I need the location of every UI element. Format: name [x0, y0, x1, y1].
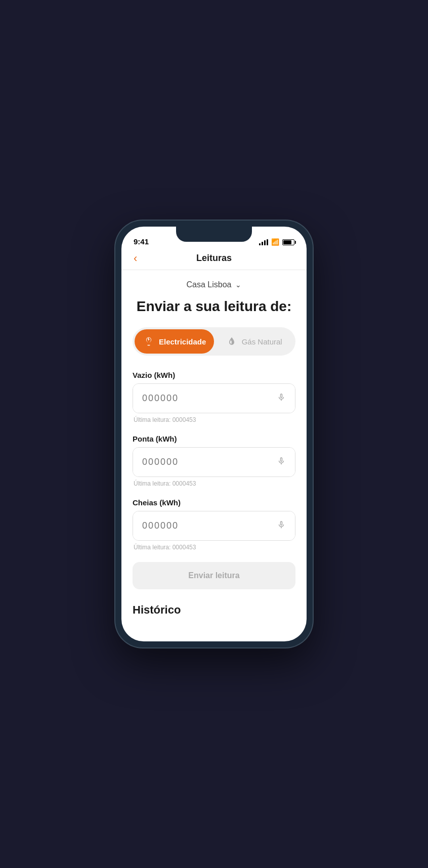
gas-icon: [226, 335, 238, 348]
ponta-input-wrapper: [133, 447, 295, 477]
nav-bar: ‹ Leituras: [121, 249, 307, 270]
ponta-last-reading: Última leitura: 0000453: [133, 480, 295, 487]
cheias-last-reading: Última leitura: 0000453: [133, 544, 295, 551]
phone-frame: 9:41 📶 ‹ Leituras C: [115, 221, 313, 647]
vazio-label: Vazio (kWh): [133, 371, 295, 379]
phone-screen: 9:41 📶 ‹ Leituras C: [121, 227, 307, 641]
electricidade-icon: [143, 335, 155, 348]
status-icons: 📶: [259, 238, 294, 246]
ponta-group: Ponta (kWh) Última leitura: 0000453: [133, 435, 295, 487]
main-content: Casa Lisboa ⌄ Enviar a sua leitura de: E…: [121, 270, 307, 641]
tab-electricidade-label: Electricidade: [159, 337, 206, 346]
notch: [176, 227, 252, 242]
cheias-input-wrapper: [133, 511, 295, 541]
submit-button[interactable]: Enviar leitura: [133, 562, 295, 589]
historico-label: Histórico: [133, 603, 295, 617]
ponta-mic-button[interactable]: [275, 454, 288, 470]
page-title: Leituras: [196, 253, 232, 264]
battery-icon: [282, 239, 294, 245]
ponta-input[interactable]: [133, 448, 295, 476]
cheias-label: Cheias (kWh): [133, 498, 295, 507]
tab-switcher: Electricidade Gás Natural: [133, 327, 295, 356]
signal-icon: [259, 239, 268, 245]
vazio-input[interactable]: [133, 384, 295, 413]
vazio-mic-button[interactable]: [275, 390, 288, 406]
chevron-down-icon: ⌄: [235, 281, 241, 289]
main-heading: Enviar a sua leitura de:: [133, 297, 295, 315]
ponta-label: Ponta (kWh): [133, 435, 295, 443]
tab-gas-label: Gás Natural: [242, 337, 282, 346]
cheias-group: Cheias (kWh) Última leitura: 0000453: [133, 498, 295, 551]
vazio-last-reading: Última leitura: 0000453: [133, 416, 295, 423]
vazio-input-wrapper: [133, 383, 295, 413]
vazio-group: Vazio (kWh) Última leitura: 0000453: [133, 371, 295, 423]
wifi-icon: 📶: [271, 238, 279, 246]
cheias-input[interactable]: [133, 511, 295, 540]
location-selector[interactable]: Casa Lisboa ⌄: [133, 280, 295, 289]
tab-gas[interactable]: Gás Natural: [214, 329, 293, 354]
tab-electricidade[interactable]: Electricidade: [135, 329, 214, 354]
location-name: Casa Lisboa: [187, 280, 232, 289]
cheias-mic-button[interactable]: [275, 518, 288, 534]
status-time: 9:41: [134, 237, 149, 246]
back-button[interactable]: ‹: [132, 250, 139, 267]
historico-section: Histórico: [133, 603, 295, 617]
